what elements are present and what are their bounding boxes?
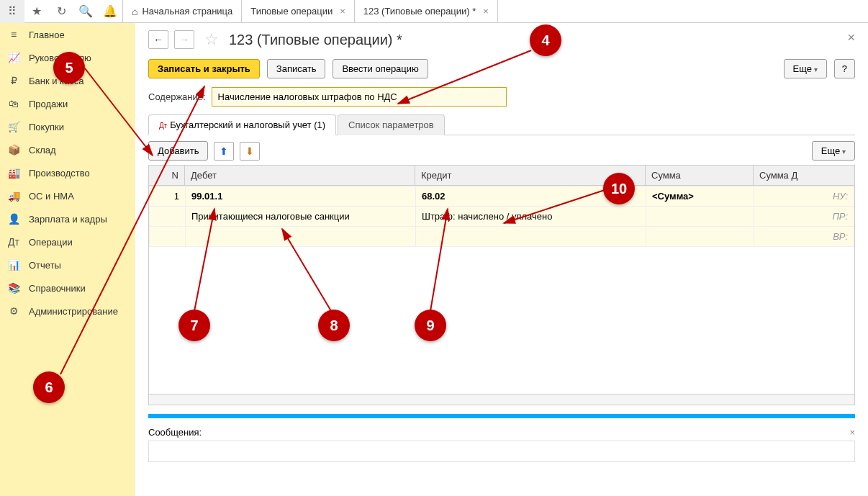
ruble-icon: ₽ bbox=[7, 75, 20, 86]
debit-desc: Причитающиеся налоговые санкции bbox=[186, 207, 416, 227]
close-icon[interactable]: × bbox=[849, 427, 855, 438]
search-icon[interactable]: 🔍 bbox=[73, 0, 98, 23]
sidebar-item-warehouse[interactable]: 📦Склад bbox=[0, 138, 135, 161]
forward-button[interactable]: → bbox=[174, 30, 194, 49]
col-sum[interactable]: Сумма bbox=[646, 166, 754, 186]
page-title: 123 (Типовые операции) * bbox=[229, 32, 402, 48]
callout-6: 6 bbox=[33, 371, 65, 403]
table-row[interactable]: 1 99.01.1 68.02 <Сумма> НУ: bbox=[150, 186, 854, 207]
callout-9: 9 bbox=[415, 310, 446, 341]
save-button[interactable]: Записать bbox=[267, 59, 326, 78]
sum-cell: <Сумма> bbox=[646, 186, 754, 207]
box-icon: 📦 bbox=[7, 144, 20, 155]
sidebar-item-label: Справочники bbox=[29, 283, 86, 294]
apps-icon[interactable]: ⠿ bbox=[0, 0, 24, 23]
col-n[interactable]: N bbox=[149, 166, 185, 186]
callout-10: 10 bbox=[603, 173, 635, 204]
cart-icon: 🛒 bbox=[7, 121, 20, 132]
more-button-2[interactable]: Еще bbox=[812, 141, 855, 161]
sidebar-item-production[interactable]: 🏭Производство bbox=[0, 161, 135, 184]
subtab-params[interactable]: Список параметров bbox=[338, 114, 445, 135]
top-toolbar: ⠿ ★ ↻ 🔍 🔔 ⌂ Начальная страница Типовые о… bbox=[0, 0, 868, 23]
tab-label: Начальная страница bbox=[142, 6, 232, 17]
books-icon: 📚 bbox=[7, 282, 20, 294]
content: × ← → ☆ 123 (Типовые операции) * Записат… bbox=[135, 23, 868, 496]
sidebar-item-label: Склад bbox=[29, 145, 56, 155]
subtab-label: Бухгалтерский и налоговый учет (1) bbox=[170, 120, 325, 130]
tabs: ⌂ Начальная страница Типовые операции × … bbox=[123, 0, 498, 22]
enter-operation-button[interactable]: Ввести операцию bbox=[333, 59, 428, 78]
sidebar-item-main[interactable]: ≡Главное bbox=[0, 23, 135, 46]
sidebar-item-label: Главное bbox=[29, 30, 65, 40]
tab-label: Типовые операции bbox=[250, 6, 333, 17]
accounting-table: N Дебет Кредит Сумма Сумма Д bbox=[148, 165, 855, 186]
person-icon: 👤 bbox=[7, 213, 20, 225]
home-icon: ⌂ bbox=[132, 6, 137, 17]
vr-label: ВР: bbox=[760, 231, 848, 242]
add-button[interactable]: Добавить bbox=[148, 141, 208, 161]
sidebar-item-label: Зарплата и кадры bbox=[29, 214, 107, 225]
save-close-button[interactable]: Записать и закрыть bbox=[148, 59, 260, 78]
progress-bar bbox=[148, 414, 855, 418]
move-up-button[interactable]: ⬆ bbox=[214, 142, 234, 161]
sidebar: ≡Главное 📈Руководителю ₽Банк и касса 🛍Пр… bbox=[0, 23, 135, 496]
sidebar-item-hr[interactable]: 👤Зарплата и кадры bbox=[0, 207, 135, 230]
favorite-icon[interactable]: ☆ bbox=[204, 30, 219, 49]
tab-current[interactable]: 123 (Типовые операции) * × bbox=[355, 0, 498, 22]
tab-label: 123 (Типовые операции) * bbox=[363, 6, 476, 17]
content-input[interactable] bbox=[212, 87, 507, 107]
star-icon[interactable]: ★ bbox=[24, 0, 49, 23]
more-button[interactable]: Еще bbox=[784, 59, 827, 78]
sidebar-item-label: Покупки bbox=[29, 122, 64, 132]
help-button[interactable]: ? bbox=[834, 59, 855, 78]
table-row[interactable]: ВР: bbox=[150, 227, 854, 247]
sidebar-item-label: Отчеты bbox=[29, 260, 61, 271]
callout-7: 7 bbox=[178, 310, 210, 341]
subtab-label: Список параметров bbox=[348, 120, 434, 130]
callout-8: 8 bbox=[318, 310, 350, 341]
table-row[interactable]: Причитающиеся налоговые санкции Штраф: н… bbox=[150, 207, 854, 227]
content-label: Содержание: bbox=[148, 91, 206, 102]
close-icon[interactable]: × bbox=[340, 6, 345, 17]
close-icon[interactable]: × bbox=[483, 6, 489, 17]
sidebar-item-label: ОС и НМА bbox=[29, 191, 74, 202]
callout-4: 4 bbox=[530, 24, 561, 56]
menu-icon: ≡ bbox=[7, 29, 20, 40]
messages-label: Сообщения: bbox=[148, 427, 202, 438]
sidebar-item-admin[interactable]: ⚙Администрирование bbox=[0, 299, 135, 323]
nu-label: НУ: bbox=[760, 191, 848, 202]
dtkt-icon: Дт bbox=[7, 236, 20, 248]
close-icon[interactable]: × bbox=[847, 30, 855, 45]
top-icons: ⠿ ★ ↻ 🔍 🔔 bbox=[0, 0, 123, 22]
callout-5: 5 bbox=[53, 52, 85, 84]
chart-icon: 📈 bbox=[7, 52, 20, 63]
cell-n: 1 bbox=[150, 186, 186, 207]
tab-home[interactable]: ⌂ Начальная страница bbox=[123, 0, 242, 22]
subtab-accounting[interactable]: ДтБухгалтерский и налоговый учет (1) bbox=[148, 114, 336, 135]
sidebar-item-purchases[interactable]: 🛒Покупки bbox=[0, 115, 135, 138]
sidebar-item-label: Администрирование bbox=[29, 306, 118, 317]
sidebar-item-directories[interactable]: 📚Справочники bbox=[0, 276, 135, 299]
move-down-button[interactable]: ⬇ bbox=[240, 142, 260, 161]
bell-icon[interactable]: 🔔 bbox=[98, 0, 122, 23]
back-button[interactable]: ← bbox=[148, 30, 168, 49]
sidebar-item-assets[interactable]: 🚚ОС и НМА bbox=[0, 184, 135, 207]
pr-label: ПР: bbox=[760, 211, 848, 222]
tab-typical-ops[interactable]: Типовые операции × bbox=[242, 0, 355, 22]
sidebar-item-operations[interactable]: ДтОперации bbox=[0, 230, 135, 253]
col-debit[interactable]: Дебет bbox=[185, 166, 415, 186]
bag-icon: 🛍 bbox=[7, 98, 20, 109]
history-icon[interactable]: ↻ bbox=[49, 0, 73, 23]
sidebar-item-label: Производство bbox=[29, 168, 90, 179]
sidebar-item-label: Операции bbox=[29, 237, 73, 248]
factory-icon: 🏭 bbox=[7, 167, 20, 179]
col-sum-d[interactable]: Сумма Д bbox=[754, 166, 855, 186]
credit-desc: Штраф: начислено / уплачено bbox=[416, 207, 646, 227]
debit-account: 99.01.1 bbox=[191, 191, 410, 202]
truck-icon: 🚚 bbox=[7, 190, 20, 202]
sidebar-item-label: Продажи bbox=[29, 99, 68, 109]
sidebar-item-reports[interactable]: 📊Отчеты bbox=[0, 253, 135, 276]
sidebar-item-sales[interactable]: 🛍Продажи bbox=[0, 92, 135, 115]
bars-icon: 📊 bbox=[7, 259, 20, 271]
gear-icon: ⚙ bbox=[7, 305, 20, 317]
